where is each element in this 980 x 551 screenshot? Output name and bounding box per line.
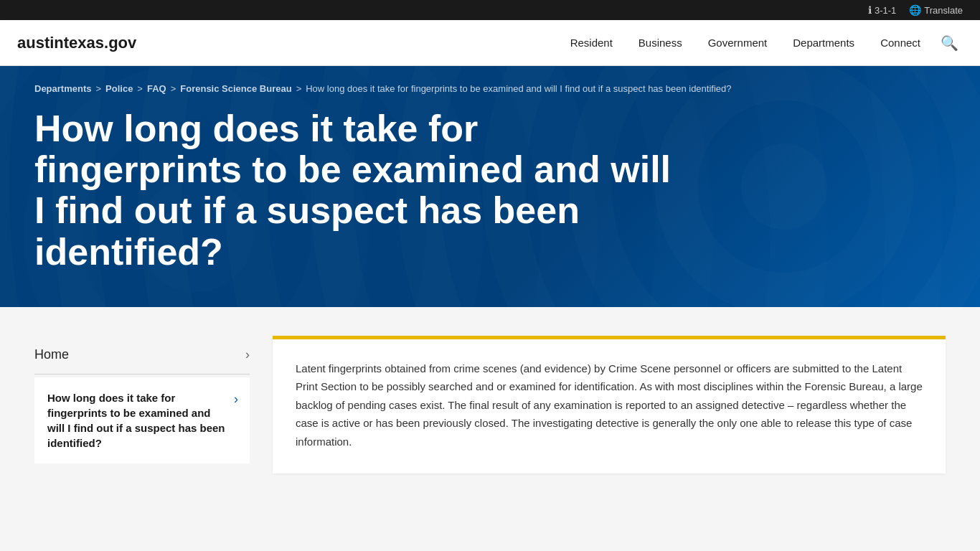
breadcrumb: Departments > Police > FAQ > Forensic Sc… xyxy=(34,83,946,94)
nav-connect[interactable]: Connect xyxy=(870,31,930,55)
breadcrumb-faq[interactable]: FAQ xyxy=(147,83,166,94)
sidebar-home-label: Home xyxy=(34,347,69,362)
hero-banner: Departments > Police > FAQ > Forensic Sc… xyxy=(0,66,980,307)
nav-departments[interactable]: Departments xyxy=(783,31,864,55)
phone-link[interactable]: ℹ 3-1-1 xyxy=(868,4,896,16)
sidebar-active-item[interactable]: How long does it take for fingerprints t… xyxy=(34,377,250,463)
site-logo[interactable]: austintexas.gov xyxy=(17,34,136,52)
content-body: Latent fingerprints obtained from crime … xyxy=(296,359,923,451)
breadcrumb-sep-4: > xyxy=(296,83,302,94)
sidebar-home-item[interactable]: Home › xyxy=(34,336,250,375)
phone-label: 3-1-1 xyxy=(875,5,896,16)
phone-icon: ℹ xyxy=(868,4,872,16)
nav-links: Resident Business Government Departments… xyxy=(560,30,963,56)
translate-link[interactable]: 🌐 Translate xyxy=(909,4,963,16)
breadcrumb-sep-1: > xyxy=(95,83,101,94)
nav-government[interactable]: Government xyxy=(698,31,778,55)
page-title: How long does it take for fingerprints t… xyxy=(34,108,680,273)
sidebar-active-text: How long does it take for fingerprints t… xyxy=(47,390,225,451)
breadcrumb-current: How long does it take for fingerprints t… xyxy=(306,83,731,94)
search-button[interactable]: 🔍 xyxy=(936,30,963,56)
sidebar-active-chevron-icon: › xyxy=(234,392,238,407)
main-nav: austintexas.gov Resident Business Govern… xyxy=(0,20,980,66)
breadcrumb-sep-2: > xyxy=(137,83,143,94)
breadcrumb-fsb[interactable]: Forensic Science Bureau xyxy=(180,83,291,94)
globe-icon: 🌐 xyxy=(909,4,921,16)
nav-business[interactable]: Business xyxy=(628,31,692,55)
breadcrumb-sep-3: > xyxy=(171,83,176,94)
nav-resident[interactable]: Resident xyxy=(560,31,623,55)
breadcrumb-departments[interactable]: Departments xyxy=(34,83,91,94)
breadcrumb-police[interactable]: Police xyxy=(105,83,133,94)
utility-bar: ℹ 3-1-1 🌐 Translate xyxy=(0,0,980,20)
content-area: Home › How long does it take for fingerp… xyxy=(0,307,980,517)
main-content: Latent fingerprints obtained from crime … xyxy=(273,336,946,474)
translate-label: Translate xyxy=(924,5,963,16)
sidebar: Home › How long does it take for fingerp… xyxy=(34,336,250,463)
chevron-right-icon: › xyxy=(245,347,250,362)
